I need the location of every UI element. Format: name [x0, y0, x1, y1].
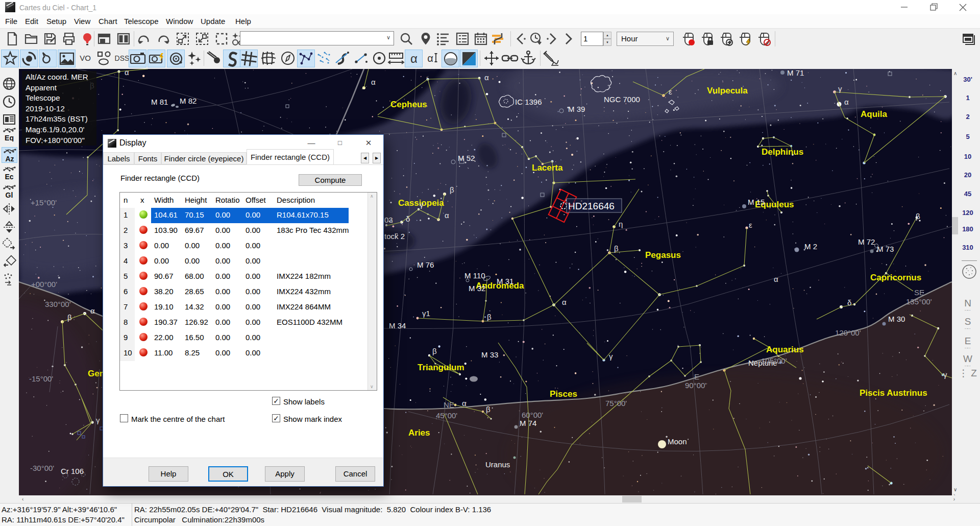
svg-text:β: β — [67, 313, 72, 322]
svg-text:E: E — [694, 372, 699, 381]
svg-text:γ: γ — [838, 84, 842, 93]
svg-text:90°00': 90°00' — [685, 381, 706, 390]
svg-text:M 74: M 74 — [520, 419, 536, 427]
svg-text:Vulpecula: Vulpecula — [707, 86, 748, 95]
svg-text:IC 1396: IC 1396 — [515, 98, 542, 106]
svg-text:Lacerta: Lacerta — [532, 163, 563, 173]
svg-text:β: β — [450, 185, 454, 194]
svg-text:M 34: M 34 — [389, 321, 406, 330]
svg-text:60°00': 60°00' — [522, 411, 543, 419]
svg-text:M 81: M 81 — [151, 98, 168, 106]
svg-text:γ: γ — [609, 352, 613, 361]
svg-text:Pegasus: Pegasus — [645, 250, 681, 260]
svg-text:Aries: Aries — [408, 428, 430, 438]
svg-text:M 76: M 76 — [417, 260, 434, 269]
svg-text:M 31: M 31 — [497, 277, 513, 285]
svg-text:M 52: M 52 — [458, 154, 475, 162]
svg-text:NGC 7000: NGC 7000 — [604, 95, 640, 104]
svg-text:75°00': 75°00' — [605, 399, 627, 408]
svg-text:Cepheus: Cepheus — [390, 100, 427, 109]
svg-text:ε: ε — [749, 221, 752, 229]
svg-text:M 2: M 2 — [804, 242, 817, 251]
svg-text:SE: SE — [914, 288, 924, 297]
svg-text:γ: γ — [420, 200, 424, 209]
svg-text:+00°00': +00°00' — [31, 280, 57, 289]
svg-text:120°00': 120°00' — [835, 328, 861, 337]
svg-text:Cr 106: Cr 106 — [61, 467, 84, 475]
svg-text:M 39: M 39 — [568, 105, 585, 113]
svg-text:-15°00': -15°00' — [29, 374, 53, 383]
svg-text:δ: δ — [847, 298, 851, 307]
svg-text:α: α — [427, 53, 433, 64]
svg-text:45°00': 45°00' — [436, 411, 457, 420]
svg-text:α: α — [371, 78, 376, 86]
svg-text:Aquarius: Aquarius — [766, 345, 804, 354]
svg-text:Az: Az — [5, 155, 14, 162]
svg-text:α: α — [410, 52, 418, 65]
svg-text:Capricornus: Capricornus — [870, 273, 921, 282]
svg-text:+15°00': +15°00' — [31, 198, 57, 207]
svg-text:VO: VO — [80, 54, 91, 62]
svg-text:α: α — [844, 98, 849, 106]
svg-text:β: β — [432, 347, 437, 355]
svg-text:α: α — [462, 399, 467, 408]
svg-text:Triangulum: Triangulum — [418, 363, 464, 372]
svg-text:Aquila: Aquila — [861, 109, 887, 119]
svg-text:Uranus: Uranus — [485, 460, 510, 469]
svg-text:NE: NE — [444, 400, 454, 409]
svg-text:M 15: M 15 — [748, 198, 765, 206]
svg-text:γ1: γ1 — [422, 309, 430, 318]
svg-text:γ: γ — [96, 416, 100, 424]
svg-text:α: α — [774, 275, 778, 283]
svg-text:Ec: Ec — [5, 173, 13, 180]
svg-text:γ: γ — [943, 370, 947, 379]
svg-text:α: α — [484, 73, 489, 82]
svg-text:HD216646: HD216646 — [568, 201, 615, 211]
svg-text:β: β — [487, 313, 492, 321]
svg-text:β: β — [486, 405, 491, 414]
svg-text:Eq: Eq — [5, 134, 14, 141]
svg-text:330°00': 330°00' — [45, 300, 71, 308]
svg-text:03: 03 — [384, 216, 393, 224]
svg-text:M 71: M 71 — [787, 69, 804, 77]
svg-text:M 82: M 82 — [180, 97, 197, 105]
svg-text:β: β — [614, 244, 619, 253]
svg-text:β: β — [916, 212, 920, 221]
svg-text:α: α — [125, 69, 129, 77]
svg-text:α: α — [90, 306, 95, 315]
svg-text:α: α — [445, 211, 449, 220]
svg-text:η: η — [619, 220, 623, 228]
svg-text:ε: ε — [669, 87, 672, 96]
svg-text:Delphinus: Delphinus — [762, 147, 803, 157]
svg-text:105°00': 105°00' — [761, 356, 787, 365]
svg-text:M 72: M 72 — [858, 237, 875, 246]
svg-text:Gl: Gl — [6, 191, 13, 199]
svg-text:Pisces: Pisces — [550, 389, 577, 399]
svg-text:M 30: M 30 — [888, 315, 905, 323]
svg-text:135°00': 135°00' — [906, 297, 932, 306]
svg-text:M 32: M 32 — [469, 284, 485, 293]
svg-text:-30°00': -30°00' — [30, 464, 54, 472]
svg-text:Moon: Moon — [668, 437, 687, 446]
svg-text:M 110: M 110 — [464, 271, 485, 280]
svg-text:Piscis Austrinus: Piscis Austrinus — [860, 388, 927, 398]
svg-text:M 33: M 33 — [481, 350, 498, 359]
svg-text:tock 2: tock 2 — [384, 232, 405, 241]
svg-text:DSS: DSS — [115, 54, 130, 62]
svg-text:M 73: M 73 — [877, 245, 894, 253]
svg-text:δ: δ — [406, 214, 410, 223]
svg-text:α: α — [562, 298, 567, 306]
